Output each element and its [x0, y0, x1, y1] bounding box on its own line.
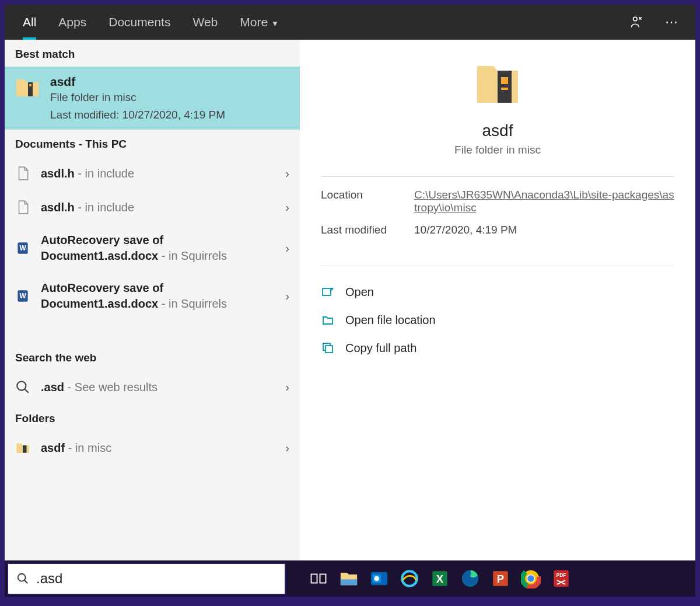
more-options-icon[interactable]: ⋯	[654, 8, 688, 37]
excel-icon[interactable]: X	[425, 563, 455, 594]
section-documents: Documents - This PC	[5, 130, 300, 156]
chrome-icon[interactable]	[516, 563, 546, 594]
modified-value: 10/27/2020, 4:19 PM	[414, 224, 674, 236]
best-match-title: asdf	[50, 75, 225, 89]
tab-web[interactable]: Web	[181, 7, 229, 37]
svg-rect-9	[323, 288, 331, 295]
doc-result-0[interactable]: asdl.h - in include ›	[5, 156, 300, 190]
svg-rect-13	[320, 574, 326, 583]
svg-text:X: X	[436, 573, 444, 585]
svg-rect-12	[312, 574, 317, 583]
svg-text:W: W	[19, 292, 26, 300]
outlook-icon[interactable]	[364, 563, 394, 594]
task-view-icon[interactable]	[303, 563, 334, 594]
web-result[interactable]: .asd - See web results ›	[5, 370, 300, 404]
action-open[interactable]: Open	[321, 278, 674, 306]
svg-point-5	[17, 381, 26, 390]
powerpoint-icon[interactable]: P	[485, 563, 516, 594]
tab-apps[interactable]: Apps	[47, 7, 97, 37]
tab-documents[interactable]: Documents	[97, 7, 181, 37]
svg-point-28	[527, 575, 534, 581]
search-input[interactable]	[36, 570, 276, 587]
internet-explorer-icon[interactable]	[394, 563, 425, 594]
pdf-icon[interactable]: PDF	[546, 563, 576, 594]
open-location-icon	[321, 313, 335, 327]
chevron-down-icon: ▼	[271, 19, 279, 28]
doc-result-3[interactable]: W AutoRecovery save of Document1.asd.doc…	[5, 272, 300, 320]
chevron-right-icon: ›	[285, 167, 289, 180]
search-icon	[16, 572, 29, 585]
svg-rect-7	[501, 77, 508, 84]
folder-icon	[15, 75, 40, 99]
copy-icon	[321, 341, 335, 355]
preview-panel: asdf File folder in misc Location C:\Use…	[300, 40, 695, 560]
location-label: Location	[321, 189, 414, 214]
edge-icon[interactable]	[455, 563, 485, 594]
doc-result-1[interactable]: asdl.h - in include ›	[5, 190, 300, 224]
chevron-right-icon: ›	[285, 441, 289, 455]
svg-text:PDF: PDF	[556, 572, 566, 578]
tab-all[interactable]: All	[12, 7, 47, 37]
chevron-right-icon: ›	[285, 201, 289, 214]
svg-rect-6	[23, 445, 27, 453]
chevron-right-icon: ›	[285, 290, 289, 303]
svg-rect-8	[501, 88, 508, 90]
chevron-right-icon: ›	[285, 381, 289, 394]
svg-point-11	[18, 574, 26, 581]
results-panel: Best match asdf File folder in misc Last…	[5, 40, 300, 560]
section-folders: Folders	[5, 404, 300, 431]
svg-point-17	[374, 576, 380, 581]
folder-icon	[15, 440, 30, 455]
svg-text:P: P	[497, 573, 504, 585]
svg-text:W: W	[19, 244, 26, 252]
file-explorer-icon[interactable]	[334, 563, 364, 594]
file-icon	[15, 200, 30, 215]
tab-bar: All Apps Documents Web More▼ ⋯	[5, 5, 695, 40]
folder-result[interactable]: asdf - in misc ›	[5, 431, 300, 465]
divider	[321, 176, 674, 177]
section-best-match: Best match	[5, 40, 300, 67]
word-doc-icon: W	[15, 241, 30, 256]
svg-rect-14	[341, 579, 357, 585]
chevron-right-icon: ›	[285, 242, 289, 255]
action-open-location[interactable]: Open file location	[321, 306, 674, 334]
word-doc-icon: W	[15, 288, 30, 304]
best-match-item[interactable]: asdf File folder in misc Last modified: …	[5, 67, 300, 130]
doc-result-2[interactable]: W AutoRecovery save of Document1.asd.doc…	[5, 224, 300, 272]
file-icon	[15, 166, 30, 181]
modified-label: Last modified	[321, 224, 414, 236]
best-match-subtitle: File folder in misc	[50, 91, 225, 104]
svg-point-21	[462, 570, 478, 587]
divider	[321, 266, 674, 266]
svg-rect-10	[326, 346, 332, 353]
folder-large-icon	[474, 57, 521, 110]
feedback-icon[interactable]	[618, 8, 654, 37]
preview-title: asdf	[482, 121, 513, 140]
search-box[interactable]	[7, 563, 286, 595]
tab-more[interactable]: More▼	[229, 7, 290, 37]
best-match-modified: Last modified: 10/27/2020, 4:19 PM	[50, 109, 225, 121]
preview-subtitle: File folder in misc	[454, 144, 541, 156]
search-window: All Apps Documents Web More▼ ⋯ Best matc…	[5, 5, 695, 560]
location-value[interactable]: C:\Users\JR635WN\Anaconda3\Lib\site-pack…	[414, 189, 674, 214]
action-copy-path[interactable]: Copy full path	[321, 334, 674, 362]
taskbar: X P PDF	[5, 560, 695, 597]
search-icon	[15, 379, 30, 395]
svg-point-0	[634, 17, 638, 20]
section-search-web: Search the web	[5, 343, 300, 370]
open-icon	[321, 285, 335, 299]
